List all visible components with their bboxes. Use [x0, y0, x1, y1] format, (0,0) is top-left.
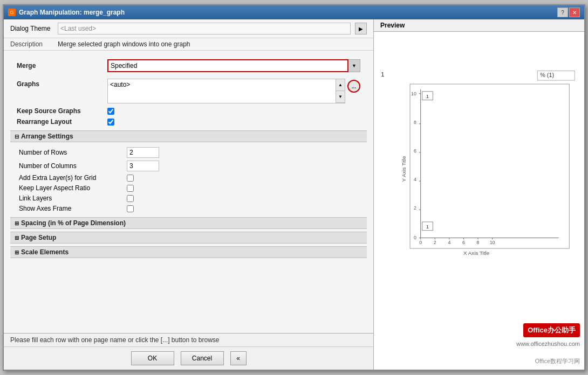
- preview-tab-label: Preview: [380, 22, 405, 29]
- link-layers-checkbox[interactable]: [127, 195, 134, 202]
- app-icon: G: [8, 9, 16, 16]
- spacing-label: Spacing (in % of Page Dimension): [21, 219, 126, 227]
- graphs-textarea[interactable]: <auto>: [108, 79, 336, 103]
- close-button[interactable]: ✕: [569, 8, 580, 17]
- bottom-buttons: OK Cancel «: [4, 346, 373, 370]
- dialog-theme-label: Dialog Theme: [10, 25, 53, 32]
- title-bar: G Graph Manipulation: merge_graph ? ✕: [4, 5, 584, 19]
- keep-source-graphs-checkbox[interactable]: [107, 108, 114, 115]
- dialog-theme-row: Dialog Theme ▶: [4, 19, 373, 38]
- arrange-settings-toggle[interactable]: ⊟: [15, 134, 19, 140]
- theme-browse-button[interactable]: ▶: [355, 23, 367, 34]
- svg-text:2: 2: [414, 205, 416, 211]
- svg-text:10: 10: [411, 91, 416, 96]
- right-panel: Preview 1 % (1): [374, 19, 584, 370]
- dialog-theme-input[interactable]: [58, 23, 351, 34]
- cancel-button[interactable]: Cancel: [181, 351, 224, 365]
- preview-tab: Preview: [374, 19, 584, 32]
- arrange-settings-header: ⊟ Arrange Settings: [10, 130, 367, 142]
- scale-elements-header: ⊞ Scale Elements: [10, 246, 367, 258]
- svg-text:2: 2: [434, 240, 436, 245]
- watermark-text: Office办公助手: [523, 323, 580, 337]
- watermark-url: www.officezhushou.com: [516, 341, 580, 347]
- svg-text:6: 6: [462, 240, 465, 245]
- merge-select-arrow[interactable]: ▼: [348, 59, 360, 72]
- rearrange-layout-label: Rearrange Layout: [17, 118, 103, 126]
- description-label: Description: [10, 40, 53, 48]
- main-content: Dialog Theme ▶ Description Merge selecte…: [4, 19, 584, 370]
- description-row: Description Merge selected graph windows…: [4, 38, 373, 51]
- preview-percent-label: % (1): [540, 72, 554, 78]
- merge-select-control: Specified All ▼: [107, 59, 360, 72]
- add-extra-layers-checkbox[interactable]: [127, 175, 134, 182]
- keep-source-graphs-row: Keep Source Graphs: [10, 106, 367, 116]
- ok-button[interactable]: OK: [131, 351, 174, 365]
- show-axes-frame-checkbox[interactable]: [127, 205, 134, 212]
- add-extra-layers-label: Add Extra Layer(s) for Grid: [19, 174, 127, 182]
- graphs-label: Graphs: [17, 79, 103, 88]
- scale-elements-label: Scale Elements: [21, 248, 69, 256]
- graphs-down-button[interactable]: ▼: [336, 91, 345, 103]
- help-button[interactable]: ?: [557, 8, 568, 17]
- svg-text:0: 0: [419, 240, 422, 245]
- graphs-input-row: <auto> ▲ ▼ ...: [107, 79, 360, 103]
- svg-text:8: 8: [477, 240, 480, 245]
- show-axes-frame-label: Show Axes Frame: [19, 205, 127, 212]
- graphs-row: Graphs <auto> ▲ ▼ ...: [10, 77, 367, 106]
- keep-layer-aspect-ratio-label: Keep Layer Aspect Ratio: [19, 184, 127, 192]
- page-setup-toggle[interactable]: ⊞: [15, 235, 19, 241]
- svg-text:4: 4: [448, 240, 450, 245]
- preview-content: 1 % (1) 0 2: [374, 32, 584, 370]
- left-panel: Dialog Theme ▶ Description Merge selecte…: [4, 19, 374, 370]
- graphs-up-button[interactable]: ▲: [336, 79, 345, 91]
- keep-source-graphs-label: Keep Source Graphs: [17, 107, 103, 115]
- graph-border: [410, 84, 569, 248]
- status-text: Please fill each row with one page name …: [10, 336, 220, 344]
- arrange-settings-content: Number of Rows Number of Columns Add Ext…: [10, 145, 367, 217]
- link-layers-label: Link Layers: [19, 195, 127, 202]
- rearrange-layout-checkbox[interactable]: [107, 119, 114, 126]
- main-window: G Graph Manipulation: merge_graph ? ✕ Di…: [3, 4, 585, 371]
- rearrange-layout-row: Rearrange Layout: [10, 116, 367, 127]
- double-left-button[interactable]: «: [230, 351, 247, 365]
- number-of-rows-input[interactable]: [127, 147, 159, 158]
- number-of-columns-row: Number of Columns: [19, 161, 358, 171]
- y-axis-title: Y Axis Title: [401, 156, 407, 182]
- spacing-header: ⊞ Spacing (in % of Page Dimension): [10, 217, 367, 229]
- show-axes-frame-row: Show Axes Frame: [19, 205, 358, 212]
- status-bar: Please fill each row with one page name …: [4, 333, 373, 346]
- svg-text:10: 10: [490, 240, 495, 245]
- page-setup-header: ⊞ Page Setup: [10, 232, 367, 244]
- svg-text:6: 6: [414, 148, 416, 154]
- layer-label: 1: [426, 224, 429, 230]
- window-title: Graph Manipulation: merge_graph: [19, 9, 125, 16]
- graphs-browse-button[interactable]: ...: [347, 80, 360, 93]
- svg-text:0: 0: [414, 235, 416, 240]
- merge-label: Merge: [17, 62, 103, 70]
- inner-graph-label: 1: [426, 93, 429, 99]
- preview-page-number: 1: [381, 71, 385, 78]
- graphs-right-controls: ▲ ▼: [336, 79, 345, 103]
- svg-text:8: 8: [414, 120, 416, 125]
- link-layers-row: Link Layers: [19, 195, 358, 202]
- watermark-bottom: Office数程学习网: [535, 357, 580, 365]
- keep-layer-aspect-ratio-row: Keep Layer Aspect Ratio: [19, 184, 358, 192]
- scale-elements-toggle[interactable]: ⊞: [15, 249, 19, 255]
- title-bar-left: G Graph Manipulation: merge_graph: [8, 9, 125, 16]
- keep-layer-aspect-ratio-checkbox[interactable]: [127, 185, 134, 192]
- add-extra-layers-row: Add Extra Layer(s) for Grid: [19, 174, 358, 182]
- merge-select[interactable]: Specified All: [107, 59, 348, 72]
- svg-text:4: 4: [414, 177, 416, 182]
- number-of-columns-label: Number of Columns: [19, 162, 127, 170]
- merge-row: Merge Specified All ▼: [10, 55, 367, 77]
- number-of-rows-label: Number of Rows: [19, 149, 127, 156]
- number-of-rows-row: Number of Rows: [19, 147, 358, 158]
- x-axis-title: X Axis Title: [463, 250, 490, 256]
- page-setup-label: Page Setup: [21, 234, 56, 241]
- preview-svg: 1 % (1) 0 2: [378, 36, 580, 365]
- number-of-columns-input[interactable]: [127, 161, 159, 171]
- spacing-toggle[interactable]: ⊞: [15, 220, 19, 226]
- graphs-input-container: <auto> ▲ ▼: [107, 79, 345, 103]
- description-text: Merge selected graph windows into one gr…: [58, 40, 190, 48]
- title-bar-controls: ? ✕: [557, 8, 580, 17]
